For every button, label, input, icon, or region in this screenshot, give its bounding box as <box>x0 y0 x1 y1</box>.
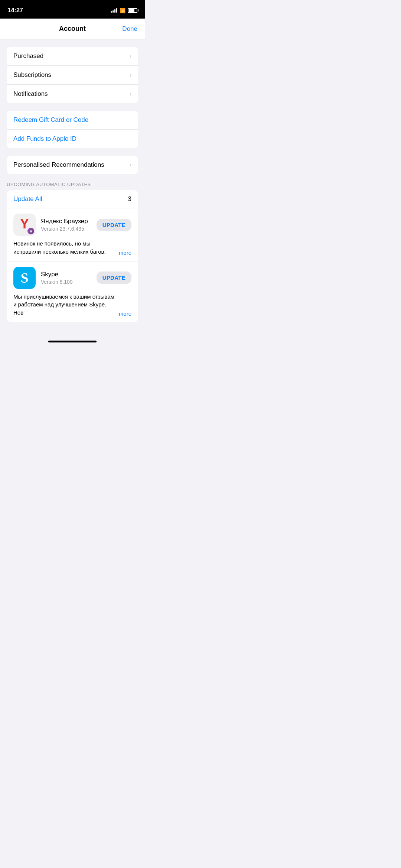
skype-version: Version 8.100 <box>41 279 91 285</box>
skype-name: Skype <box>41 271 91 278</box>
yandex-more-link[interactable]: more <box>119 250 131 256</box>
notifications-item[interactable]: Notifications › <box>7 85 138 103</box>
yandex-browser-top: Y Яндекс Браузер Version 23.7.6.435 UPDA… <box>13 214 131 236</box>
subscriptions-label: Subscriptions <box>13 71 51 79</box>
yandex-browser-name: Яндекс Браузер <box>41 218 91 225</box>
signal-icon <box>111 8 117 13</box>
redeem-gift-card-label: Redeem Gift Card or Code <box>13 116 88 124</box>
skype-icon: S <box>13 267 36 289</box>
skype-update-button[interactable]: UPDATE <box>97 272 131 284</box>
battery-icon <box>128 8 137 13</box>
wifi-icon: 📶 <box>120 8 125 13</box>
update-all-row[interactable]: Update All 3 <box>7 190 138 208</box>
skype-update-item: S Skype Version 8.100 UPDATE Мы прислуши… <box>7 261 138 322</box>
page-title: Account <box>59 25 86 33</box>
yandex-badge <box>27 228 34 234</box>
chevron-right-icon: › <box>130 91 131 97</box>
yandex-browser-info: Яндекс Браузер Version 23.7.6.435 <box>41 218 91 232</box>
yandex-browser-icon: Y <box>13 214 36 236</box>
yandex-browser-version: Version 23.7.6.435 <box>41 226 91 232</box>
updates-group: Update All 3 Y Яндекс Браузер Version 23… <box>7 190 138 322</box>
add-funds-label: Add Funds to Apple ID <box>13 135 76 143</box>
skype-description-row: Мы прислушиваемся к вашим отзывам и рабо… <box>13 293 131 317</box>
account-menu-group: Purchased › Subscriptions › Notification… <box>7 47 138 103</box>
yandex-description-row: Новинок не появилось, но мы исправили не… <box>13 240 131 256</box>
updates-section-header: UPCOMING AUTOMATIC UPDATES <box>0 182 145 190</box>
notifications-label: Notifications <box>13 90 48 98</box>
purchased-item[interactable]: Purchased › <box>7 47 138 66</box>
add-funds-item[interactable]: Add Funds to Apple ID <box>7 130 138 148</box>
done-button[interactable]: Done <box>122 25 137 33</box>
subscriptions-item[interactable]: Subscriptions › <box>7 66 138 85</box>
home-bar <box>48 341 97 342</box>
gift-funds-group: Redeem Gift Card or Code Add Funds to Ap… <box>7 111 138 148</box>
personalised-recommendations-label: Personalised Recommendations <box>13 161 104 169</box>
update-all-count: 3 <box>128 195 131 203</box>
status-time: 14:27 <box>7 7 23 14</box>
status-bar: 14:27 📶 <box>0 0 145 19</box>
update-all-label: Update All <box>13 195 42 203</box>
content-area: Purchased › Subscriptions › Notification… <box>0 39 145 337</box>
skype-description: Мы прислушиваемся к вашим отзывам и рабо… <box>13 293 117 317</box>
status-icons: 📶 <box>111 8 137 13</box>
purchased-label: Purchased <box>13 52 43 60</box>
skype-top: S Skype Version 8.100 UPDATE <box>13 267 131 289</box>
redeem-gift-card-item[interactable]: Redeem Gift Card or Code <box>7 111 138 130</box>
navigation-bar: Account Done <box>0 19 145 39</box>
yandex-browser-update-item: Y Яндекс Браузер Version 23.7.6.435 UPDA… <box>7 208 138 261</box>
recommendations-group: Personalised Recommendations › <box>7 156 138 174</box>
yandex-update-button[interactable]: UPDATE <box>97 219 131 231</box>
skype-more-link[interactable]: more <box>119 311 131 317</box>
yandex-description: Новинок не появилось, но мы исправили не… <box>13 240 117 256</box>
skype-info: Skype Version 8.100 <box>41 271 91 285</box>
chevron-right-icon: › <box>130 162 131 168</box>
personalised-recommendations-item[interactable]: Personalised Recommendations › <box>7 156 138 174</box>
chevron-right-icon: › <box>130 72 131 78</box>
home-indicator <box>0 337 145 345</box>
chevron-right-icon: › <box>130 53 131 59</box>
